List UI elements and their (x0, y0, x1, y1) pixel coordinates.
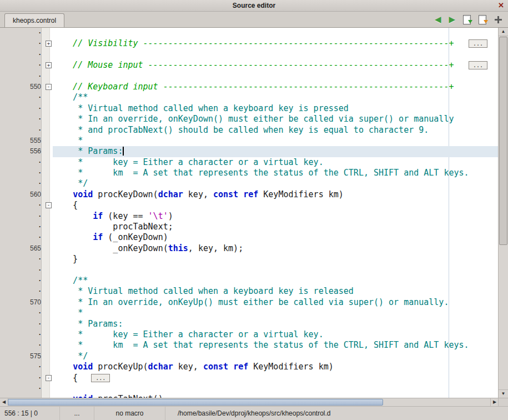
code-text[interactable]: {... (53, 373, 499, 383)
code-text[interactable] (53, 71, 499, 82)
fold-collapse-icon[interactable]: - (46, 84, 52, 90)
code-text[interactable] (53, 265, 499, 276)
code-line[interactable]: · (0, 28, 499, 38)
code-line[interactable]: 555 * (0, 136, 499, 146)
code-text[interactable]: void procKeyDown(dchar key, const ref Ke… (53, 189, 499, 200)
code-line[interactable]: 560 void procKeyDown(dchar key, const re… (0, 189, 499, 200)
code-lines[interactable]: ··+ // Visibility ----------------------… (0, 28, 499, 398)
code-text[interactable]: { (53, 200, 499, 211)
horizontal-scrollbar[interactable]: ◀ ▶ (0, 398, 508, 406)
code-line[interactable]: 575 */ (0, 351, 499, 362)
code-line[interactable]: · * key = Either a character or a virtua… (0, 157, 499, 168)
fold-expand-icon[interactable]: + (46, 41, 52, 47)
document-green-arrow-icon[interactable] (463, 15, 471, 24)
titlebar[interactable]: Source editor ✕ (0, 0, 508, 12)
scroll-down-icon[interactable]: ▼ (499, 389, 508, 398)
code-text[interactable]: * In an override, onKeyUp() must either … (53, 297, 499, 308)
code-line[interactable]: · (0, 265, 499, 276)
tab-kheops-control[interactable]: kheops.control (4, 13, 64, 27)
code-text[interactable] (53, 49, 499, 60)
code-line[interactable]: · /** (0, 276, 499, 286)
code-line[interactable]: · * Params: (0, 319, 499, 329)
code-text[interactable]: void procKeyUp(dchar key, const ref KeyM… (53, 362, 499, 372)
code-line[interactable]: · * km = A set that represents the statu… (0, 340, 499, 351)
close-window-icon[interactable]: ✕ (498, 1, 504, 10)
code-line[interactable]: · void procKeyUp(dchar key, const ref Ke… (0, 362, 499, 372)
scroll-up-icon[interactable]: ▲ (499, 28, 508, 36)
fold-collapse-icon[interactable]: - (46, 202, 52, 208)
document-orange-arrow-icon[interactable] (479, 15, 486, 24)
line-marker-dot: · (6, 254, 44, 264)
code-text[interactable]: */ (53, 351, 499, 362)
vertical-scrollbar[interactable]: ▲ ▼ (498, 28, 508, 398)
code-text[interactable]: */ (53, 178, 499, 189)
code-text[interactable]: _onKeyDown(this, key, km); (53, 243, 499, 254)
code-line[interactable]: · (0, 71, 499, 82)
code-text[interactable]: * km = A set that represents the status … (53, 168, 499, 178)
code-line[interactable]: · (0, 49, 499, 60)
move-cross-icon[interactable] (494, 16, 502, 24)
code-line[interactable]: · * Virtual method called when a keyboar… (0, 286, 499, 297)
code-text[interactable]: * Params: (53, 319, 499, 329)
code-text[interactable]: * (53, 308, 499, 318)
code-text[interactable]: * (53, 136, 499, 146)
nav-forward-icon[interactable]: ▶ (449, 15, 455, 24)
code-line[interactable]: · * and procTabNext() should be called w… (0, 125, 499, 136)
code-line[interactable]: · /** (0, 92, 499, 103)
code-line[interactable]: 556 * Params: (0, 146, 499, 157)
code-line[interactable]: ·+ // Visibility -----------------------… (0, 38, 499, 49)
code-text[interactable]: * Params: (53, 146, 499, 157)
code-line[interactable]: · */ (0, 178, 499, 189)
code-text[interactable]: * In an override, onKeyDown() must eithe… (53, 114, 499, 124)
scroll-left-icon[interactable]: ◀ (0, 398, 8, 406)
code-line[interactable]: · * (0, 308, 499, 318)
code-text[interactable]: if (_onKeyDown) (53, 232, 499, 243)
code-line[interactable]: 565 _onKeyDown(this, key, km); (0, 243, 499, 254)
fold-expand-icon[interactable]: + (46, 62, 52, 68)
code-text[interactable]: } (53, 254, 499, 264)
folded-block-icon[interactable]: ... (91, 374, 110, 382)
code-line[interactable]: · if (key == '\t') (0, 211, 499, 222)
code-text[interactable] (53, 383, 499, 394)
code-line[interactable]: ·- { (0, 200, 499, 211)
code-line[interactable]: · procTabNext; (0, 222, 499, 232)
fold-column (44, 276, 53, 286)
code-text[interactable]: /** (53, 92, 499, 103)
code-text[interactable]: procTabNext; (53, 222, 499, 232)
scroll-right-icon[interactable]: ▶ (490, 398, 499, 406)
code-line[interactable]: ·+ // Mouse input ----------------------… (0, 60, 499, 71)
code-line[interactable]: · * Virtual method called when a keyboar… (0, 103, 499, 114)
code-line[interactable]: · } (0, 254, 499, 264)
code-line[interactable]: · if (_onKeyDown) (0, 232, 499, 243)
code-text[interactable]: * Virtual method called when a keyboard … (53, 103, 499, 114)
code-text[interactable]: // Visibility --------------------------… (53, 38, 499, 49)
code-line[interactable]: · * In an override, onKeyDown() must eit… (0, 114, 499, 124)
code-text[interactable]: void procTabNext() (53, 394, 499, 398)
code-text[interactable]: * Virtual method called when a keyboard … (53, 286, 499, 297)
fold-collapse-icon[interactable]: - (46, 375, 52, 381)
line-number: 555 (6, 136, 44, 146)
code-text[interactable]: * and procTabNext() should be called whe… (53, 125, 499, 136)
code-text[interactable] (53, 28, 499, 38)
folded-block-icon[interactable]: ... (469, 61, 487, 69)
code-line[interactable]: · * key = Either a character or a virtua… (0, 329, 499, 340)
nav-back-icon[interactable]: ◀ (435, 15, 441, 24)
code-line[interactable]: · void procTabNext() (0, 394, 499, 398)
code-text[interactable]: /** (53, 276, 499, 286)
line-marker-dot: · (6, 71, 44, 82)
code-line[interactable]: ·- {... (0, 373, 499, 383)
code-line[interactable]: · * km = A set that represents the statu… (0, 168, 499, 178)
code-text[interactable]: * km = A set that represents the status … (53, 340, 499, 351)
code-text[interactable]: // Mouse input -------------------------… (53, 60, 499, 71)
code-text[interactable]: if (key == '\t') (53, 211, 499, 222)
code-line[interactable]: 550- // Keyboard input -----------------… (0, 82, 499, 92)
code-text[interactable]: * key = Either a character or a virtual … (53, 329, 499, 340)
vertical-scroll-thumb[interactable] (499, 37, 507, 245)
code-text[interactable]: * key = Either a character or a virtual … (53, 157, 499, 168)
folded-block-icon[interactable]: ... (469, 39, 487, 48)
editor-area[interactable]: ··+ // Visibility ----------------------… (0, 28, 508, 398)
code-line[interactable]: 570 * In an override, onKeyUp() must eit… (0, 297, 499, 308)
code-text[interactable]: // Keyboard input ----------------------… (53, 82, 499, 92)
code-line[interactable]: · (0, 383, 499, 394)
horizontal-scroll-thumb[interactable] (8, 399, 383, 406)
